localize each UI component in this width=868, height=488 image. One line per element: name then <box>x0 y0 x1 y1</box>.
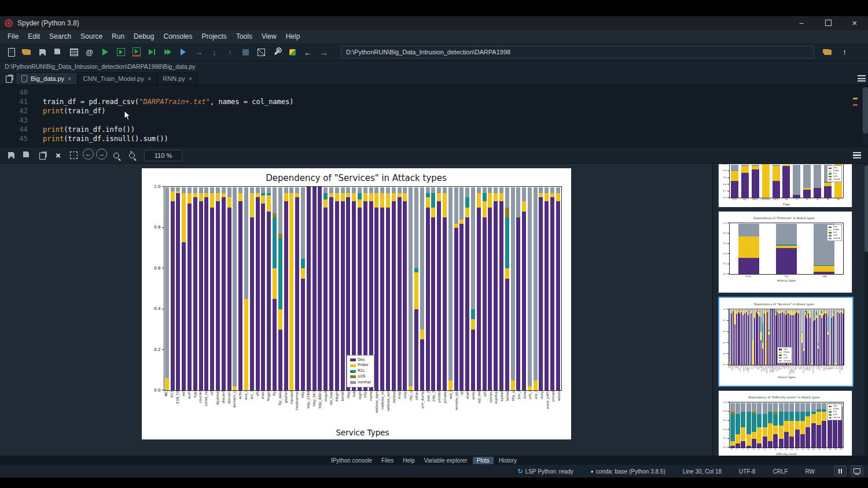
bar-column <box>760 164 771 198</box>
maximize-pane-icon[interactable] <box>255 46 268 59</box>
bar-column <box>215 187 221 390</box>
remove-plot-icon[interactable] <box>52 149 65 162</box>
bar-column <box>516 187 521 390</box>
menu-help[interactable]: Help <box>282 31 304 42</box>
close-tab-icon[interactable]: × <box>189 75 192 82</box>
working-directory-input[interactable]: D:\PythonRUN\Big_Data_Intrusion_detectio… <box>341 46 814 58</box>
x-tick-label: whois <box>843 365 844 369</box>
x-tick-label: name <box>369 391 373 401</box>
bar-column <box>249 187 255 390</box>
x-tick-label: 4 <box>753 448 754 451</box>
tab-label: Big_data.py <box>31 75 64 82</box>
lsp-refresh-icon: ↻ <box>517 468 523 475</box>
run-cell-advance-icon[interactable] <box>130 46 143 59</box>
menu-source[interactable]: Source <box>76 31 106 42</box>
thumbnails-scrollbar[interactable] <box>865 164 868 456</box>
bar-column <box>784 402 789 448</box>
tab-big-data-py[interactable]: Big_data.py × <box>16 72 78 84</box>
spyder-logo-icon <box>5 19 13 27</box>
run-file-icon[interactable] <box>98 46 112 59</box>
run-cell-icon[interactable] <box>114 46 127 59</box>
plots-options-icon[interactable] <box>850 149 863 162</box>
code-editor[interactable]: 4041train_df = pd.read_csv("DARPATrain+.… <box>0 85 868 147</box>
zoom-out-icon[interactable] <box>109 149 123 162</box>
bar-column <box>792 164 802 198</box>
tab-ipython-console[interactable]: IPython console <box>327 457 376 464</box>
step-into-icon[interactable] <box>208 46 221 59</box>
tab-cnn-train-model-py[interactable]: CNN_Train_Model.py × <box>78 72 157 84</box>
find-symbols-icon[interactable] <box>83 46 96 59</box>
maximize-button[interactable] <box>815 16 841 30</box>
editor-scrollbar[interactable] <box>862 86 867 146</box>
previous-cursor-position-icon[interactable] <box>301 46 315 59</box>
menu-view[interactable]: View <box>258 31 281 42</box>
tab-variable-explorer[interactable]: Variable explorer <box>420 457 472 464</box>
rerun-cell-icon[interactable] <box>161 46 174 59</box>
x-axis-label: Difficulty Levels <box>729 453 844 456</box>
bar-column <box>192 187 198 390</box>
x-tick-label: sql_net <box>477 391 481 403</box>
browse-tabs-icon[interactable] <box>2 73 16 84</box>
bar-column <box>816 402 821 448</box>
new-file-icon[interactable] <box>5 46 18 59</box>
next-plot-icon[interactable] <box>96 149 107 160</box>
tab-files[interactable]: Files <box>377 457 398 464</box>
x-tick-label: netbios_dgm <box>375 391 378 413</box>
menu-debug[interactable]: Debug <box>130 31 158 42</box>
x-tick-label: tim_i <box>517 391 521 400</box>
legend-swatch <box>779 360 782 362</box>
menu-run[interactable]: Run <box>108 31 128 42</box>
preferences-icon[interactable] <box>270 46 284 59</box>
zoom-level[interactable]: 110 % <box>144 150 182 161</box>
save-all-icon[interactable] <box>52 46 65 59</box>
debug-file-icon[interactable] <box>176 46 190 59</box>
panes-layout-icon[interactable] <box>67 46 80 59</box>
tab-help[interactable]: Help <box>399 457 419 464</box>
step-over-icon[interactable] <box>192 46 205 59</box>
menu-search[interactable]: Search <box>45 31 75 42</box>
previous-plot-icon[interactable] <box>83 149 94 160</box>
bar-column <box>187 187 193 390</box>
close-button[interactable]: × <box>841 16 868 30</box>
x-tick-label: pop_3 <box>432 391 435 401</box>
line-number: 44 <box>0 125 36 134</box>
save-plot-icon[interactable] <box>5 149 18 162</box>
minimize-button[interactable]: – <box>788 16 815 30</box>
stop-icon[interactable] <box>239 46 252 59</box>
y-tick-label: 0.4 <box>722 342 726 344</box>
close-tab-icon[interactable]: × <box>148 75 151 82</box>
save-file-icon[interactable] <box>36 46 49 59</box>
pause-icon[interactable] <box>834 465 847 476</box>
menu-file[interactable]: File <box>3 31 23 42</box>
open-working-directory-icon[interactable] <box>821 46 834 59</box>
save-all-plots-icon[interactable] <box>20 149 34 162</box>
editor-options-icon[interactable] <box>855 73 868 84</box>
zoom-in-icon[interactable]: + <box>125 149 138 162</box>
close-tab-icon[interactable]: × <box>68 75 71 82</box>
fit-plot-icon[interactable] <box>67 149 80 162</box>
menu-projects[interactable]: Projects <box>198 31 231 42</box>
tab-history[interactable]: History <box>495 457 521 464</box>
thumbnail-difficulty[interactable]: Dependency of "Difficulty Levels" in Att… <box>718 390 852 456</box>
copy-plot-icon[interactable] <box>36 149 49 162</box>
bar-column <box>442 187 448 390</box>
menu-tools[interactable]: Tools <box>232 31 256 42</box>
x-tick-label: 1 <box>737 448 738 451</box>
tab-plots[interactable]: Plots <box>473 457 494 464</box>
menu-edit[interactable]: Edit <box>24 31 44 42</box>
menu-consoles[interactable]: Consoles <box>159 31 196 42</box>
menubar: File Edit Search Source Run Debug Consol… <box>0 30 868 44</box>
x-tick-label: supdup <box>494 391 498 404</box>
thumbnail-flags[interactable]: Dependency of "Flags" in Attack types0.0… <box>718 164 852 208</box>
monitor-icon[interactable] <box>851 465 863 476</box>
tab-rnn-py[interactable]: RNN.py × <box>157 72 198 84</box>
next-cursor-position-icon[interactable] <box>317 46 330 59</box>
legend-label: R2L <box>358 368 365 374</box>
run-selection-icon[interactable] <box>145 46 159 59</box>
thumbnail-services[interactable]: Dependency of "Services" in Attack types… <box>718 297 854 387</box>
step-return-icon[interactable] <box>223 46 237 59</box>
python-environment-icon[interactable] <box>286 46 299 59</box>
open-file-icon[interactable] <box>20 46 34 59</box>
parent-directory-icon[interactable] <box>838 46 851 59</box>
thumbnail-protocols[interactable]: Dependency of "Protocols" in Attack type… <box>718 211 852 293</box>
